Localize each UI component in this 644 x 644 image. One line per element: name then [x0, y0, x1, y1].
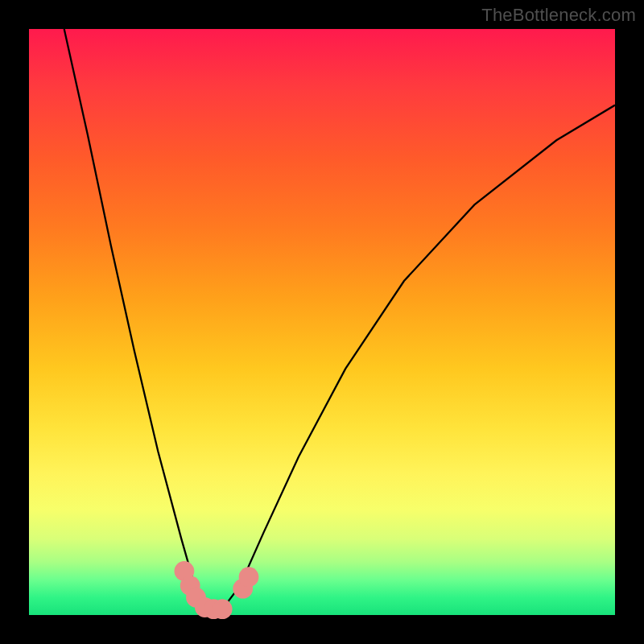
left-curve: [64, 29, 211, 615]
valley-markers: [175, 561, 259, 619]
chart-frame: TheBottleneck.com: [0, 0, 644, 644]
chart-svg: [29, 29, 615, 615]
valley-marker: [239, 567, 259, 587]
watermark-text: TheBottleneck.com: [481, 5, 636, 26]
right-curve: [211, 105, 615, 615]
valley-marker: [213, 599, 233, 619]
plot-area: [29, 29, 615, 615]
